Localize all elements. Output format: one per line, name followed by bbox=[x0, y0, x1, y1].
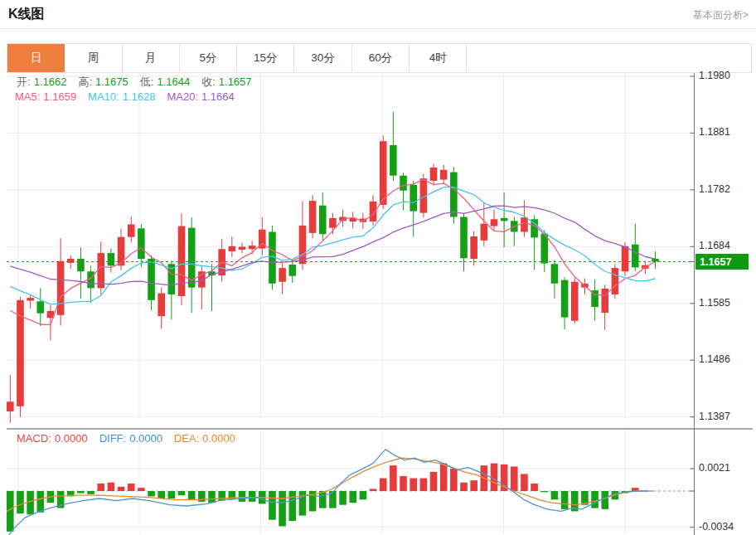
ohlc-value-0: 1.1662 bbox=[34, 75, 67, 88]
ma-value-0: 1.1659 bbox=[43, 90, 76, 103]
ohlc-label-2: 低: bbox=[140, 75, 154, 88]
macd-value-1: 0.0000 bbox=[129, 432, 162, 445]
ma-value-1: 1.1628 bbox=[123, 90, 156, 103]
price-tick-0: 1.1980 bbox=[699, 70, 730, 81]
ohlc-label-0: 开: bbox=[17, 75, 31, 88]
price-tick-3: 1.1684 bbox=[699, 240, 730, 251]
macd-tick-upper: 0.0021 bbox=[699, 462, 730, 474]
ma-label-2: MA20: bbox=[167, 90, 198, 103]
macd-label-2: DEA: bbox=[174, 432, 199, 445]
price-tick-4: 1.1585 bbox=[699, 297, 730, 309]
macd-tick-lower: -0.0034 bbox=[699, 521, 734, 533]
ma-label-1: MA10: bbox=[88, 90, 119, 103]
current-price-badge: 1.1657 bbox=[695, 254, 749, 270]
ma-legend: MA5:1.1659MA10:1.1628MA20:1.1664 bbox=[15, 90, 246, 103]
price-tick-5: 1.1486 bbox=[699, 353, 730, 365]
kline-page: K线图 基本面分析> 日周月5分15分30分60分4时 开:1.1662高:1.… bbox=[0, 0, 756, 535]
macd-label-0: MACD: bbox=[17, 432, 51, 445]
ohlc-label-3: 收: bbox=[201, 75, 216, 88]
macd-value-2: 0.0000 bbox=[202, 432, 235, 445]
macd-value-0: 0.0000 bbox=[55, 432, 88, 445]
price-tick-1: 1.1881 bbox=[699, 126, 730, 138]
macd-label-1: DIFF: bbox=[99, 432, 127, 445]
ohlc-value-3: 1.1657 bbox=[219, 75, 252, 88]
macd-legend: MACD:0.0000DIFF:0.0000DEA:0.0000 bbox=[17, 432, 247, 445]
ohlc-value-1: 1.1675 bbox=[95, 75, 128, 88]
ohlc-legend: 开:1.1662高:1.1675低:1.1644收:1.1657 bbox=[17, 75, 264, 90]
ohlc-label-1: 高: bbox=[78, 75, 92, 88]
ma-value-2: 1.1664 bbox=[201, 90, 235, 103]
price-tick-2: 1.1782 bbox=[699, 183, 730, 195]
ma-label-0: MA5: bbox=[15, 90, 40, 103]
price-tick-6: 1.1387 bbox=[699, 411, 730, 422]
ohlc-value-2: 1.1644 bbox=[157, 75, 190, 88]
